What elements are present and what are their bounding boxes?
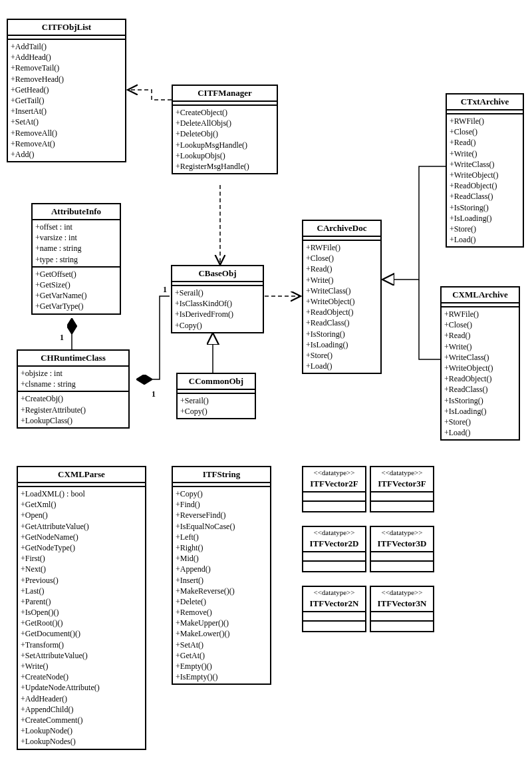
class-ctxtarchive: CTxtArchive +RWFile()+Close()+Read()+Wri… — [446, 93, 524, 248]
class-member: +AddHead() — [11, 52, 122, 63]
class-ops: +Serail()+IsClassKindOf()+IsDerivedFrom(… — [172, 286, 263, 332]
class-ops: +RWFile()+Close()+Read()+Write()+WriteCl… — [303, 241, 380, 373]
multiplicity-label: 1 — [163, 285, 167, 295]
class-member: +SetAt() — [176, 640, 267, 650]
class-member: +WriteObject() — [306, 296, 378, 307]
class-member: +Insert() — [176, 575, 267, 586]
class-member: +Copy() — [180, 406, 252, 417]
class-ops: +Serail()+Copy() — [178, 394, 255, 418]
class-ops: +Copy()+Find()+ReverseFind()+IsEqualNoCa… — [173, 487, 270, 683]
class-itfvector2d: <<datatype>> ITFVector2D — [302, 526, 366, 572]
class-member: +GetVarType() — [35, 301, 117, 311]
class-member: +offset : int — [35, 222, 117, 232]
class-cbaseobj: CBaseObj +Serail()+IsClassKindOf()+IsDer… — [171, 265, 264, 333]
class-citfmanager: CITFManager +CreateObject()+DeleteAllObj… — [172, 85, 278, 174]
class-member: +RegisterMsgHandle() — [176, 161, 274, 172]
class-member: +Write() — [306, 275, 378, 286]
class-title: CArchiveDoc — [303, 221, 380, 237]
class-itfvector3d: <<datatype>> ITFVector3D — [370, 526, 434, 572]
class-member: +ReverseFind() — [176, 510, 267, 520]
class-member: +Close() — [444, 319, 516, 330]
class-title: CITFObjList — [8, 20, 125, 36]
class-member: +MakeUpper()() — [176, 618, 267, 628]
class-itfstring: ITFString +Copy()+Find()+ReverseFind()+I… — [172, 466, 271, 685]
class-member: +IsClassKindOf() — [175, 298, 260, 309]
class-member: +LookupNode() — [21, 725, 142, 736]
class-member: +IsLoading() — [444, 406, 516, 417]
class-member: +CreateObj() — [21, 393, 126, 404]
class-title: ITFVector3D — [371, 536, 433, 552]
class-title: ITFString — [173, 467, 270, 483]
class-member: +Read() — [306, 264, 378, 274]
class-member: +Write() — [450, 148, 520, 159]
class-member: +RemoveAll() — [11, 128, 122, 138]
class-member: +InsertAt() — [11, 106, 122, 116]
class-member: +Serail() — [175, 288, 260, 298]
class-member: +MakeReverse()() — [176, 586, 267, 596]
class-attrs: +offset : int+varsize : int+name : strin… — [33, 220, 120, 268]
class-member: +Close() — [450, 126, 520, 137]
class-chruntimeclass: CHRuntimeClass +objsize : int+clsname : … — [17, 349, 130, 429]
class-member: +Load() — [450, 234, 520, 245]
class-member: +Store() — [306, 350, 378, 361]
class-member: +Copy() — [176, 488, 267, 499]
class-member: +IsEqualNoCase() — [176, 521, 267, 532]
class-member: +GetSize() — [35, 280, 117, 290]
class-title: ITFVector2N — [303, 596, 365, 612]
class-itfvector2n: <<datatype>> ITFVector2N — [302, 586, 366, 632]
class-member: +RegisterAttribute() — [21, 405, 126, 415]
class-member: +Next() — [21, 564, 142, 574]
class-member: +Read() — [450, 137, 520, 148]
class-member: +Parent() — [21, 596, 142, 607]
class-title: ITFVector3N — [371, 596, 433, 612]
class-member: +RWFile() — [450, 116, 520, 126]
class-ops: +CreateObject()+DeleteAllObjs()+DeleteOb… — [173, 106, 277, 173]
class-member: +LookupClass() — [21, 415, 126, 426]
class-ops: +RWFile()+Close()+Read()+Write()+WriteCl… — [447, 114, 523, 246]
class-member: +SetAttributeValue() — [21, 650, 142, 661]
class-title: CHRuntimeClass — [18, 351, 128, 367]
class-member: +objsize : int — [21, 368, 126, 379]
class-title: ITFVector2F — [303, 477, 365, 492]
class-member: +ReadClass() — [450, 191, 520, 202]
class-member: +clsname : string — [21, 379, 126, 389]
class-member: +RWFile() — [306, 242, 378, 253]
class-member: +Open() — [21, 510, 142, 520]
class-attributeinfo: AttributeInfo +offset : int+varsize : in… — [31, 203, 121, 315]
class-member: +IsOpen()() — [21, 607, 142, 618]
class-ops: +RWFile()+Close()+Read()+Write()+WriteCl… — [442, 307, 519, 439]
class-member: +LookupObjs() — [176, 150, 274, 161]
class-member: +WriteClass() — [450, 159, 520, 170]
class-member: +GetAt() — [176, 650, 267, 661]
class-member: +Copy() — [175, 320, 260, 331]
class-member: +GetVarName() — [35, 290, 117, 301]
class-itfvector3n: <<datatype>> ITFVector3N — [370, 586, 434, 632]
class-title: CXMLArchive — [442, 288, 519, 303]
class-title: ITFVector2D — [303, 536, 365, 552]
class-member: +IsLoading() — [450, 213, 520, 224]
class-member: +IsStoring() — [444, 395, 516, 406]
class-member: +Store() — [444, 417, 516, 427]
class-ops: +LoadXML() : bool+GetXml()+Open()+GetAtt… — [18, 487, 145, 749]
class-member: +AddTail() — [11, 41, 122, 52]
class-carchivedoc: CArchiveDoc +RWFile()+Close()+Read()+Wri… — [302, 220, 382, 374]
class-member: +WriteObject() — [444, 363, 516, 373]
class-member: +AddHeader() — [21, 693, 142, 704]
class-ops: +GetOffset()+GetSize()+GetVarName()+GetV… — [33, 268, 120, 313]
class-stereo: <<datatype>> — [303, 527, 365, 536]
class-member: +IsStoring() — [450, 202, 520, 213]
class-ops: +CreateObj()+RegisterAttribute()+LookupC… — [18, 392, 128, 427]
class-member: +IsLoading() — [306, 339, 378, 350]
class-member: +type : string — [35, 254, 117, 265]
class-attrs: +objsize : int+clsname : string — [18, 367, 128, 392]
class-member: +Load() — [444, 427, 516, 438]
class-title: CXMLParse — [18, 467, 145, 483]
class-member: +WriteObject() — [450, 170, 520, 180]
class-member: +GetAttributeValue() — [21, 521, 142, 532]
class-cxmlarchive: CXMLArchive +RWFile()+Close()+Read()+Wri… — [440, 286, 520, 441]
multiplicity-label: 1 — [152, 389, 156, 399]
class-stereo: <<datatype>> — [371, 467, 433, 477]
class-member: +AppendChild() — [21, 704, 142, 715]
class-citfobjlist: CITFObjList +AddTail()+AddHead()+RemoveT… — [7, 19, 126, 162]
class-member: +RemoveTail() — [11, 63, 122, 73]
